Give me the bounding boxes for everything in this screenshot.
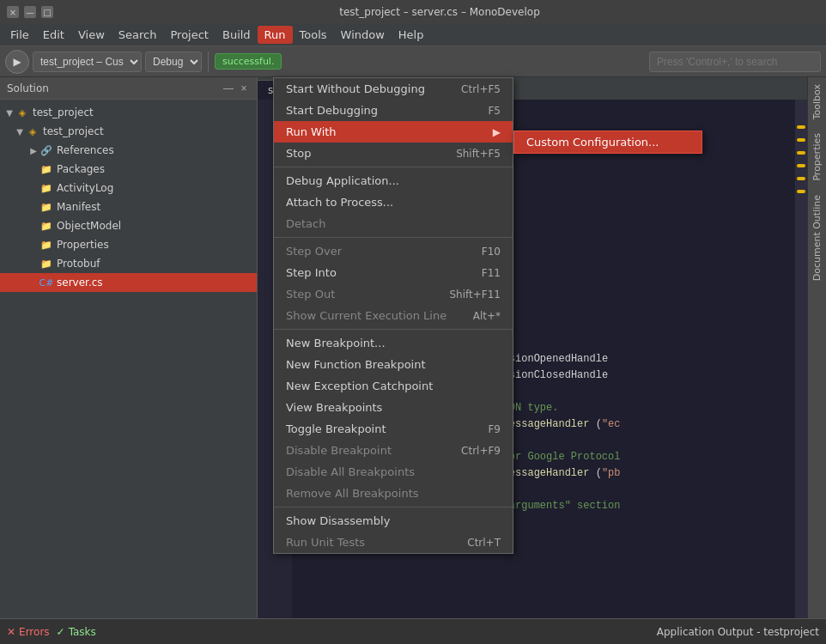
scroll-marker-5 — [797, 177, 805, 180]
maximize-btn[interactable]: □ — [41, 6, 53, 18]
tree-arrow: ▶ — [27, 146, 39, 155]
menu-project[interactable]: Project — [163, 26, 215, 44]
menu-item-label: Stop — [286, 147, 312, 160]
title-bar-buttons[interactable]: × — □ — [7, 6, 53, 18]
sidebar-header: Solution — × — [0, 77, 257, 100]
menu-run[interactable]: Run — [258, 26, 293, 44]
menu-item-label: Detach — [286, 217, 325, 230]
menu-attach-to-process[interactable]: Attach to Process... — [274, 191, 513, 213]
sidebar-close-btn[interactable]: × — [238, 82, 250, 94]
toolbox-label[interactable]: Toolbox — [808, 77, 826, 126]
run-dropdown: Start Without Debugging Ctrl+F5 Start De… — [273, 77, 513, 554]
solution-icon: ◈ — [15, 106, 29, 119]
menu-step-into[interactable]: Step Into F11 — [274, 262, 513, 283]
output-status[interactable]: Application Output - testproject — [657, 626, 819, 638]
error-icon: ✕ — [7, 626, 15, 638]
menu-tools[interactable]: Tools — [293, 26, 334, 44]
close-btn[interactable]: × — [7, 6, 19, 18]
shortcut: F5 — [488, 105, 501, 117]
shortcut: F10 — [482, 246, 501, 258]
tasks-status[interactable]: ✓ Tasks — [57, 626, 96, 638]
shortcut: Alt+* — [473, 310, 501, 322]
menu-search[interactable]: Search — [112, 26, 164, 44]
scroll-marker-3 — [797, 151, 805, 155]
menu-show-disassembly[interactable]: Show Disassembly — [274, 510, 513, 532]
tree-item-activitylog[interactable]: 📁 ActivityLog — [0, 179, 257, 197]
tree-item-solution[interactable]: ▼ ◈ test_project — [0, 103, 257, 122]
menu-view-breakpoints[interactable]: View Breakpoints — [274, 397, 513, 418]
tree-item-properties[interactable]: 📁 Properties — [0, 235, 257, 254]
menu-start-without-debugging[interactable]: Start Without Debugging Ctrl+F5 — [274, 78, 513, 100]
project-selector[interactable]: test_project – Cus — [33, 52, 142, 72]
separator — [274, 329, 513, 330]
menu-item-label: Run Unit Tests — [286, 536, 365, 549]
errors-status[interactable]: ✕ Errors — [7, 626, 50, 638]
menu-step-over: Step Over F10 — [274, 240, 513, 262]
packages-label: Packages — [57, 163, 105, 175]
errors-label: Errors — [19, 626, 50, 638]
menu-run-unit-tests: Run Unit Tests Ctrl+T — [274, 532, 513, 553]
properties-label: Properties — [57, 239, 109, 251]
tree-item-manifest[interactable]: 📁 Manifest — [0, 197, 257, 216]
menu-toggle-breakpoint[interactable]: Toggle Breakpoint F9 — [274, 418, 513, 440]
menu-item-label: New Function Breakpoint — [286, 358, 426, 371]
properties-label[interactable]: Properties — [808, 126, 826, 188]
project-label: test_project — [43, 125, 104, 137]
menu-help[interactable]: Help — [392, 26, 431, 44]
menu-window[interactable]: Window — [334, 26, 392, 44]
title-bar: × — □ test_project – server.cs – MonoDev… — [0, 0, 826, 24]
tree-item-references[interactable]: ▶ 🔗 References — [0, 141, 257, 160]
menu-build[interactable]: Build — [216, 26, 258, 44]
menu-view[interactable]: View — [71, 26, 112, 44]
tree-item-server-cs[interactable]: C# server.cs — [0, 273, 257, 292]
submenu-custom-config[interactable]: Custom Configuration... — [514, 131, 701, 153]
server-cs-label: server.cs — [57, 276, 103, 289]
references-icon: 🔗 — [39, 143, 53, 157]
menu-item-label: Debug Application... — [286, 174, 399, 187]
tree-item-project[interactable]: ▼ ◈ test_project — [0, 122, 257, 141]
separator — [274, 237, 513, 238]
objectmodel-label: ObjectModel — [57, 220, 121, 232]
document-outline-label[interactable]: Document Outline — [808, 188, 826, 288]
shortcut: F11 — [482, 267, 501, 279]
menu-new-breakpoint[interactable]: New Breakpoint... — [274, 332, 513, 354]
menu-new-exception-catchpoint[interactable]: New Exception Catchpoint — [274, 375, 513, 397]
submenu-arrow: ▶ — [493, 126, 501, 138]
tree-item-packages[interactable]: 📁 Packages — [0, 160, 257, 179]
menu-file[interactable]: File — [3, 26, 36, 44]
menu-stop[interactable]: Stop Shift+F5 — [274, 143, 513, 164]
menu-item-label: Remove All Breakpoints — [286, 487, 419, 500]
sidebar-controls[interactable]: — × — [222, 82, 250, 94]
build-status: successful. — [215, 53, 282, 70]
server-cs-icon: C# — [39, 276, 53, 289]
menu-item-label: Start Debugging — [286, 104, 378, 117]
menu-start-debugging[interactable]: Start Debugging F5 — [274, 100, 513, 121]
tree-item-objectmodel[interactable]: 📁 ObjectModel — [0, 216, 257, 235]
menu-new-function-breakpoint[interactable]: New Function Breakpoint — [274, 354, 513, 375]
submenu-item-label: Custom Configuration... — [526, 136, 659, 149]
menu-disable-all-breakpoints: Disable All Breakpoints — [274, 461, 513, 483]
scroll-marker-4 — [797, 164, 805, 167]
menu-detach: Detach — [274, 213, 513, 234]
tree-item-protobuf[interactable]: 📁 Protobuf — [0, 254, 257, 273]
editor-scrollbar[interactable] — [795, 100, 807, 618]
menu-item-label: Disable Breakpoint — [286, 444, 392, 457]
menu-item-label: Toggle Breakpoint — [286, 422, 386, 435]
search-input[interactable] — [649, 52, 821, 72]
sidebar-title: Solution — [7, 82, 49, 94]
menu-debug-application[interactable]: Debug Application... — [274, 170, 513, 191]
menu-disable-breakpoint: Disable Breakpoint Ctrl+F9 — [274, 440, 513, 461]
menu-item-label: Step Out — [286, 288, 335, 301]
menu-item-label: Attach to Process... — [286, 196, 393, 209]
config-selector[interactable]: Debug — [145, 52, 202, 72]
minimize-btn[interactable]: — — [24, 6, 36, 18]
protobuf-label: Protobuf — [57, 258, 100, 270]
menu-run-with[interactable]: Run With ▶ — [274, 121, 513, 143]
menu-item-label: Show Current Execution Line — [286, 309, 446, 322]
scroll-marker-2 — [797, 138, 805, 142]
play-button[interactable]: ▶ — [5, 50, 29, 74]
menu-edit[interactable]: Edit — [36, 26, 71, 44]
tasks-label: Tasks — [69, 626, 96, 638]
menu-item-label: View Breakpoints — [286, 401, 382, 414]
sidebar-minimize-btn[interactable]: — — [222, 82, 234, 94]
